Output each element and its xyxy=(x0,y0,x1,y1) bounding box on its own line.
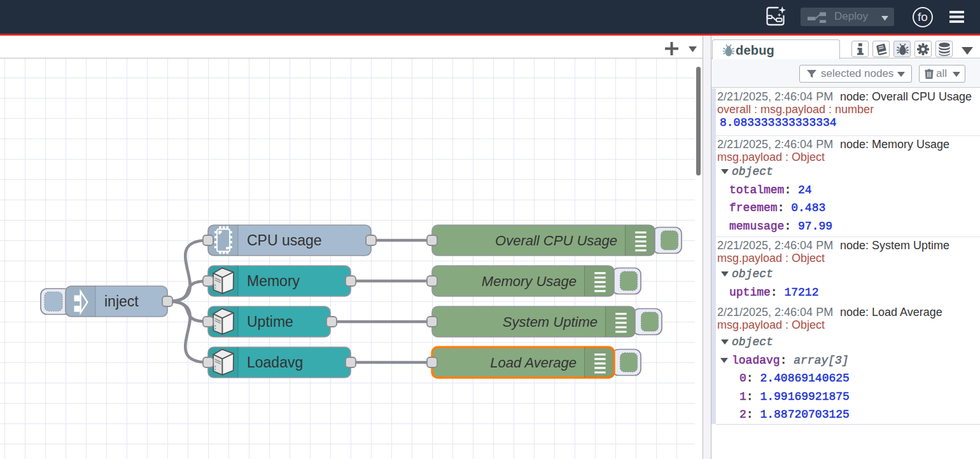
svg-text:Load Average: Load Average xyxy=(490,355,577,371)
svg-text:CPU usage: CPU usage xyxy=(247,232,322,249)
svg-text:Uptime: Uptime xyxy=(247,313,293,330)
svg-text:Memory Usage: Memory Usage xyxy=(482,273,577,289)
svg-text:Overall CPU Usage: Overall CPU Usage xyxy=(495,233,617,249)
svg-text:System Uptime: System Uptime xyxy=(503,314,598,330)
svg-text:Memory: Memory xyxy=(247,273,300,289)
svg-text:inject: inject xyxy=(104,293,139,310)
svg-text:Loadavg: Loadavg xyxy=(247,354,303,371)
